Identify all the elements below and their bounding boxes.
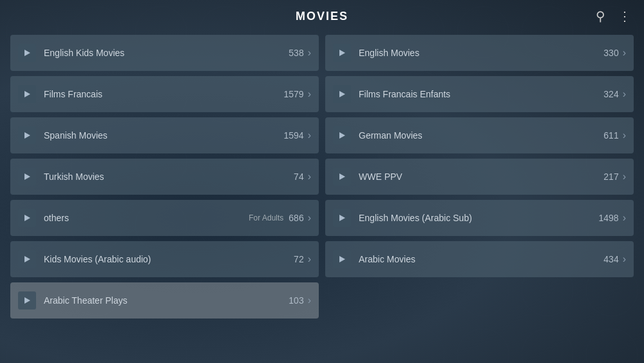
- list-item-kids-movies-arabic[interactable]: Kids Movies (Arabic audio)72›: [10, 241, 319, 277]
- chevron-icon-turkish-movies: ›: [308, 171, 311, 182]
- play-icon: [333, 85, 351, 103]
- chevron-icon-spanish-movies: ›: [308, 130, 311, 141]
- item-count-spanish-movies: 1594: [284, 130, 304, 141]
- content-area: English Kids Movies538›Films Francais157…: [0, 32, 644, 363]
- item-count-turkish-movies: 74: [294, 172, 304, 182]
- item-count-wwe-ppv: 217: [603, 172, 618, 182]
- play-icon: [18, 168, 36, 186]
- play-icon: [18, 85, 36, 103]
- item-label-english-movies-arabic-sub: English Movies (Arabic Sub): [359, 213, 599, 223]
- chevron-icon-german-movies: ›: [623, 130, 626, 141]
- list-item-english-movies[interactable]: English Movies330›: [325, 35, 634, 71]
- search-icon[interactable]: ⚲: [593, 6, 608, 26]
- item-label-spanish-movies: Spanish Movies: [44, 130, 284, 141]
- list-item-wwe-ppv[interactable]: WWE PPV217›: [325, 159, 634, 195]
- column-0: English Kids Movies538›Films Francais157…: [10, 32, 319, 363]
- play-icon: [333, 126, 351, 144]
- item-count-kids-movies-arabic: 72: [294, 254, 304, 264]
- item-label-arabic-movies: Arabic Movies: [359, 254, 603, 264]
- play-icon: [18, 126, 36, 144]
- play-icon: [333, 250, 351, 268]
- item-count-english-movies: 330: [603, 48, 618, 58]
- chevron-icon-wwe-ppv: ›: [623, 171, 626, 182]
- chevron-icon-english-movies-arabic-sub: ›: [623, 212, 626, 224]
- chevron-icon-films-francais: ›: [308, 88, 311, 100]
- item-count-films-francais: 1579: [284, 89, 304, 99]
- chevron-icon-english-kids-movies: ›: [308, 47, 311, 59]
- item-label-english-kids-movies: English Kids Movies: [44, 48, 289, 58]
- list-item-german-movies[interactable]: German Movies611›: [325, 117, 634, 153]
- play-icon: [18, 209, 36, 227]
- item-count-arabic-theater-plays: 103: [289, 295, 303, 306]
- item-label-kids-movies-arabic: Kids Movies (Arabic audio): [44, 254, 294, 264]
- list-item-english-movies-arabic-sub[interactable]: English Movies (Arabic Sub)1498›: [325, 200, 634, 236]
- chevron-icon-english-movies: ›: [623, 47, 626, 59]
- item-label-arabic-theater-plays: Arabic Theater Plays: [44, 295, 289, 306]
- play-icon: [333, 168, 351, 186]
- list-item-turkish-movies[interactable]: Turkish Movies74›: [10, 159, 319, 195]
- play-icon: [18, 250, 36, 268]
- item-count-german-movies: 611: [603, 130, 618, 141]
- column-1: English Movies330›Films Francais Enfants…: [325, 32, 634, 363]
- play-icon: [18, 44, 36, 62]
- list-item-films-francais-enfants[interactable]: Films Francais Enfants324›: [325, 76, 634, 112]
- item-label-german-movies: German Movies: [359, 130, 603, 141]
- list-item-others[interactable]: othersFor Adults686›: [10, 200, 319, 236]
- list-item-films-francais[interactable]: Films Francais1579›: [10, 76, 319, 112]
- list-item-english-kids-movies[interactable]: English Kids Movies538›: [10, 35, 319, 71]
- play-icon: [333, 209, 351, 227]
- play-icon: [333, 44, 351, 62]
- list-item-arabic-theater-plays[interactable]: Arabic Theater Plays103›: [10, 282, 319, 319]
- item-label-english-movies: English Movies: [359, 48, 603, 58]
- header-actions: ⚲ ⋮: [593, 6, 634, 26]
- item-count-arabic-movies: 434: [603, 254, 618, 264]
- item-label-films-francais: Films Francais: [44, 89, 284, 99]
- page-title: MOVIES: [296, 10, 348, 23]
- item-label-wwe-ppv: WWE PPV: [359, 172, 603, 182]
- chevron-icon-films-francais-enfants: ›: [623, 88, 626, 100]
- item-sublabel-others: For Adults: [249, 213, 283, 222]
- more-menu-icon[interactable]: ⋮: [616, 6, 634, 26]
- item-count-english-movies-arabic-sub: 1498: [599, 213, 619, 223]
- item-count-english-kids-movies: 538: [289, 48, 303, 58]
- chevron-icon-arabic-theater-plays: ›: [308, 295, 311, 306]
- item-count-others: 686: [289, 213, 303, 223]
- item-label-films-francais-enfants: Films Francais Enfants: [359, 89, 603, 99]
- item-label-others: others: [44, 213, 249, 223]
- chevron-icon-arabic-movies: ›: [623, 253, 626, 265]
- list-item-spanish-movies[interactable]: Spanish Movies1594›: [10, 117, 319, 153]
- item-label-turkish-movies: Turkish Movies: [44, 172, 294, 182]
- header: MOVIES ⚲ ⋮: [0, 0, 644, 32]
- chevron-icon-others: ›: [308, 212, 311, 224]
- item-count-films-francais-enfants: 324: [603, 89, 618, 99]
- list-item-arabic-movies[interactable]: Arabic Movies434›: [325, 241, 634, 277]
- play-icon: [18, 291, 36, 309]
- chevron-icon-kids-movies-arabic: ›: [308, 253, 311, 265]
